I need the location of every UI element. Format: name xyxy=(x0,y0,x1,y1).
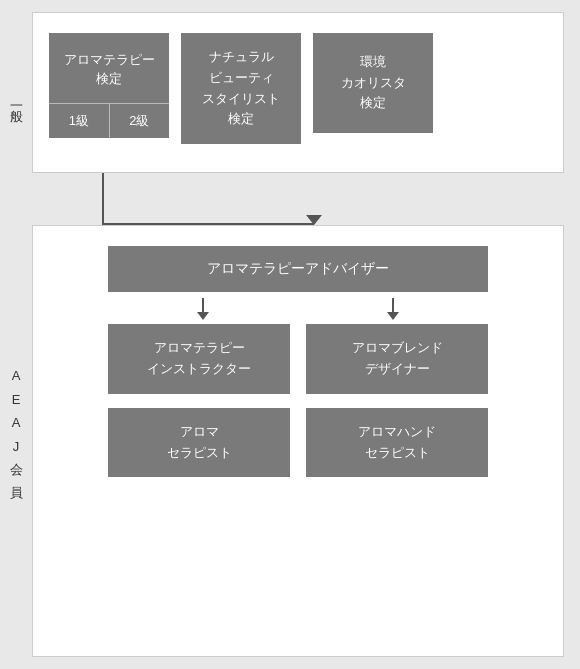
grade-row: 1級 2級 xyxy=(49,103,169,138)
aeaj-label: A E A J 会 員 xyxy=(10,364,23,504)
aeaj-section: アロマテラピーアドバイザー アロマテラピーインストラク xyxy=(32,225,564,657)
connector-horiz xyxy=(102,223,314,225)
center-arrow xyxy=(306,215,322,225)
instructor-row: アロマテラピーインストラクター アロマブレンドデザイナー xyxy=(108,324,488,394)
instructor-card: アロマテラピーインストラクター xyxy=(108,324,290,394)
aeaj-label-area: A E A J 会 員 xyxy=(0,200,32,669)
arrow-right xyxy=(387,298,399,320)
blend-designer-card: アロマブレンドデザイナー xyxy=(306,324,488,394)
arrow-left xyxy=(197,298,209,320)
main-content: アロマテラピー検定 1級 2級 ナチュラルビューティスタイリスト検定 xyxy=(32,0,580,669)
advisor-card: アロマテラピーアドバイザー xyxy=(108,246,488,292)
connector xyxy=(32,173,564,225)
aeaj-content: アロマテラピーアドバイザー アロマテラピーインストラク xyxy=(49,246,547,477)
general-label-area: 一般 xyxy=(0,0,32,200)
grade-1-card: 1級 xyxy=(49,103,110,138)
aromatherapy-card-wrap: アロマテラピー検定 1級 2級 xyxy=(49,33,169,138)
natural-beauty-card: ナチュラルビューティスタイリスト検定 xyxy=(181,33,301,144)
aromatherapy-kentei-card: アロマテラピー検定 xyxy=(49,33,169,103)
kankyo-kaorista-card: 環境カオリスタ検定 xyxy=(313,33,433,133)
aroma-therapist-card: アロマセラピスト xyxy=(108,408,290,478)
two-arrows xyxy=(108,298,488,320)
page: 一般 A E A J 会 員 アロマテラピー検定 xyxy=(0,0,580,669)
grade-2-card: 2級 xyxy=(110,103,170,138)
general-label: 一般 xyxy=(7,98,25,102)
therapist-row: アロマセラピスト アロマハンドセラピスト xyxy=(108,408,488,478)
general-cards: アロマテラピー検定 1級 2級 ナチュラルビューティスタイリスト検定 xyxy=(49,33,547,144)
connector-left-line xyxy=(102,173,104,225)
general-section: アロマテラピー検定 1級 2級 ナチュラルビューティスタイリスト検定 xyxy=(32,12,564,173)
hand-therapist-card: アロマハンドセラピスト xyxy=(306,408,488,478)
left-labels: 一般 A E A J 会 員 xyxy=(0,0,32,669)
